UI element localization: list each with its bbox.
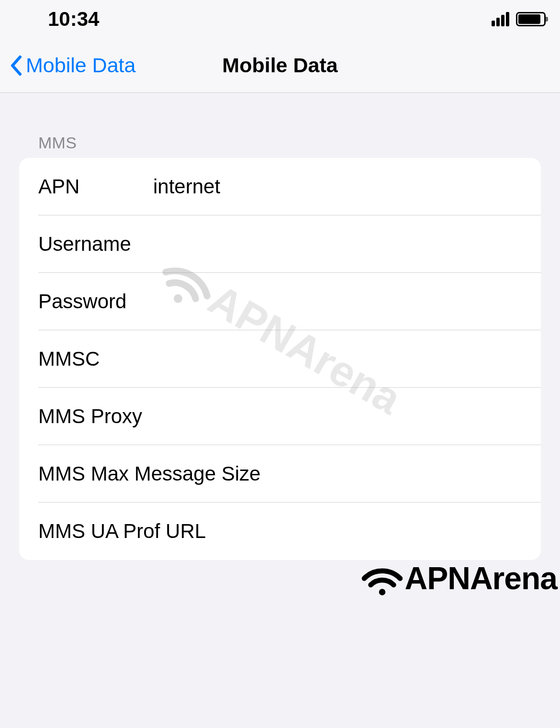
mms-settings-group: APN Username Password MMSC MMS Proxy MMS… — [19, 158, 541, 560]
row-mms-proxy[interactable]: MMS Proxy — [19, 388, 541, 445]
navigation-bar: Mobile Data Mobile Data — [0, 38, 560, 93]
label-username: Username — [38, 233, 131, 256]
status-indicators — [492, 12, 546, 26]
row-mms-ua-prof-url[interactable]: MMS UA Prof URL — [19, 503, 541, 560]
label-mms-proxy: MMS Proxy — [38, 405, 142, 428]
label-apn: APN — [38, 175, 124, 198]
label-password: Password — [38, 290, 126, 313]
row-mms-max-size[interactable]: MMS Max Message Size — [19, 445, 541, 503]
row-mmsc[interactable]: MMSC — [19, 330, 541, 388]
chevron-left-icon — [10, 55, 22, 76]
input-mms-ua-prof-url[interactable] — [235, 520, 522, 543]
input-username[interactable] — [160, 233, 522, 256]
back-button[interactable]: Mobile Data — [10, 54, 135, 77]
cellular-signal-icon — [492, 12, 509, 26]
status-time: 10:34 — [48, 8, 99, 31]
page-title: Mobile Data — [222, 54, 337, 77]
content: MMS APN Username Password MMSC MMS Proxy… — [0, 93, 560, 560]
section-header-mms: MMS — [19, 93, 541, 158]
input-apn[interactable] — [153, 175, 522, 198]
input-mms-max-size[interactable] — [289, 462, 541, 485]
input-password[interactable] — [155, 290, 522, 313]
back-label: Mobile Data — [26, 54, 135, 77]
input-mms-proxy[interactable] — [171, 405, 522, 428]
label-mms-max-size: MMS Max Message Size — [38, 462, 260, 485]
wifi-icon — [359, 560, 405, 596]
label-mms-ua-prof-url: MMS UA Prof URL — [38, 520, 206, 543]
svg-point-1 — [379, 589, 385, 595]
status-bar: 10:34 — [0, 0, 560, 38]
battery-icon — [516, 12, 546, 26]
row-apn[interactable]: APN — [19, 158, 541, 215]
branding-text: APNArena — [405, 560, 557, 596]
branding-logo: APNArena — [359, 560, 557, 596]
label-mmsc: MMSC — [38, 347, 100, 370]
row-password[interactable]: Password — [19, 273, 541, 330]
row-username[interactable]: Username — [19, 215, 541, 273]
input-mmsc[interactable] — [128, 347, 522, 370]
